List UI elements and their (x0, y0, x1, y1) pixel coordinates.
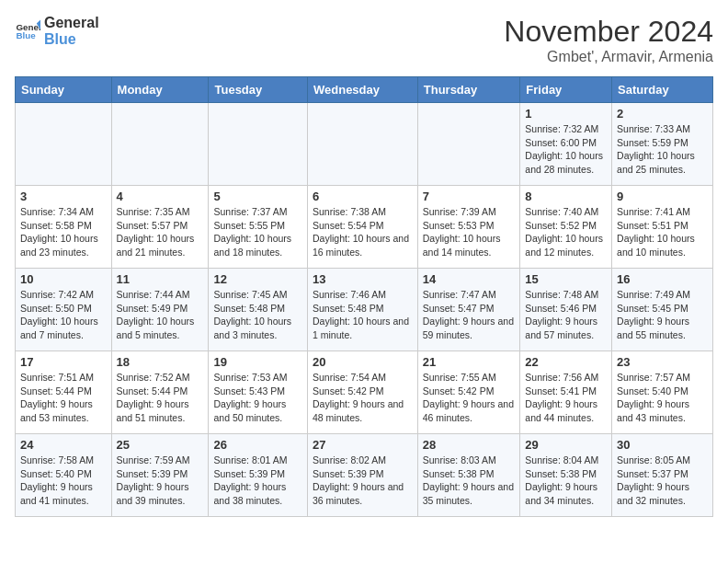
day-info: Sunrise: 8:04 AM Sunset: 5:38 PM Dayligh… (525, 454, 607, 508)
day-info: Sunrise: 7:33 AM Sunset: 5:59 PM Dayligh… (617, 122, 708, 177)
day-info: Sunrise: 8:05 AM Sunset: 5:37 PM Dayligh… (617, 454, 708, 508)
day-number: 21 (423, 355, 516, 369)
logo-blue: Blue (44, 31, 99, 48)
logo: General Blue General Blue (15, 15, 99, 47)
calendar-cell: 1Sunrise: 7:32 AM Sunset: 6:00 PM Daylig… (520, 103, 612, 186)
calendar-cell (417, 103, 520, 186)
calendar-cell: 13Sunrise: 7:46 AM Sunset: 5:48 PM Dayli… (307, 269, 417, 351)
day-info: Sunrise: 7:57 AM Sunset: 5:40 PM Dayligh… (617, 371, 708, 425)
calendar-cell: 24Sunrise: 7:58 AM Sunset: 5:40 PM Dayli… (16, 434, 112, 517)
day-number: 20 (313, 355, 413, 369)
calendar-cell: 12Sunrise: 7:45 AM Sunset: 5:48 PM Dayli… (209, 269, 308, 351)
day-info: Sunrise: 7:32 AM Sunset: 6:00 PM Dayligh… (525, 122, 607, 177)
day-number: 14 (423, 272, 516, 286)
day-info: Sunrise: 7:38 AM Sunset: 5:54 PM Dayligh… (313, 205, 413, 259)
calendar-cell: 30Sunrise: 8:05 AM Sunset: 5:37 PM Dayli… (612, 434, 713, 517)
day-number: 9 (617, 190, 708, 203)
day-number: 12 (213, 272, 302, 286)
logo-icon: General Blue (15, 18, 40, 44)
day-header-friday: Friday (520, 77, 612, 103)
day-info: Sunrise: 7:51 AM Sunset: 5:44 PM Dayligh… (20, 371, 107, 425)
calendar-cell: 18Sunrise: 7:52 AM Sunset: 5:44 PM Dayli… (111, 351, 209, 434)
week-row-2: 3Sunrise: 7:34 AM Sunset: 5:58 PM Daylig… (16, 186, 713, 269)
day-info: Sunrise: 7:44 AM Sunset: 5:49 PM Dayligh… (117, 288, 204, 342)
location-title: Gmbet', Armavir, Armenia (504, 49, 713, 65)
calendar-cell (209, 103, 308, 186)
calendar-cell: 11Sunrise: 7:44 AM Sunset: 5:49 PM Dayli… (111, 269, 209, 351)
day-number: 27 (313, 438, 413, 452)
day-number: 1 (525, 107, 607, 121)
day-info: Sunrise: 7:56 AM Sunset: 5:41 PM Dayligh… (525, 371, 607, 425)
calendar-body: 1Sunrise: 7:32 AM Sunset: 6:00 PM Daylig… (16, 103, 713, 517)
day-number: 2 (617, 107, 708, 121)
calendar-cell: 29Sunrise: 8:04 AM Sunset: 5:38 PM Dayli… (520, 434, 612, 517)
calendar-header: SundayMondayTuesdayWednesdayThursdayFrid… (16, 77, 713, 103)
day-info: Sunrise: 7:48 AM Sunset: 5:46 PM Dayligh… (525, 288, 607, 342)
day-info: Sunrise: 7:54 AM Sunset: 5:42 PM Dayligh… (313, 371, 413, 425)
day-number: 10 (20, 272, 107, 286)
calendar-cell (307, 103, 417, 186)
day-info: Sunrise: 7:45 AM Sunset: 5:48 PM Dayligh… (213, 288, 302, 342)
day-header-thursday: Thursday (417, 77, 520, 103)
day-number: 13 (313, 272, 413, 286)
day-info: Sunrise: 7:34 AM Sunset: 5:58 PM Dayligh… (20, 205, 107, 259)
calendar-cell: 7Sunrise: 7:39 AM Sunset: 5:53 PM Daylig… (417, 186, 520, 269)
day-number: 16 (617, 272, 708, 286)
calendar-cell: 5Sunrise: 7:37 AM Sunset: 5:55 PM Daylig… (209, 186, 308, 269)
calendar-cell: 15Sunrise: 7:48 AM Sunset: 5:46 PM Dayli… (520, 269, 612, 351)
day-info: Sunrise: 7:39 AM Sunset: 5:53 PM Dayligh… (423, 205, 516, 259)
day-number: 26 (213, 438, 302, 452)
calendar-cell: 20Sunrise: 7:54 AM Sunset: 5:42 PM Dayli… (307, 351, 417, 434)
day-info: Sunrise: 7:47 AM Sunset: 5:47 PM Dayligh… (423, 288, 516, 342)
week-row-3: 10Sunrise: 7:42 AM Sunset: 5:50 PM Dayli… (16, 269, 713, 351)
logo-general: General (44, 15, 99, 31)
day-info: Sunrise: 7:35 AM Sunset: 5:57 PM Dayligh… (117, 205, 204, 259)
calendar-cell: 27Sunrise: 8:02 AM Sunset: 5:39 PM Dayli… (307, 434, 417, 517)
day-info: Sunrise: 8:02 AM Sunset: 5:39 PM Dayligh… (313, 454, 413, 508)
day-info: Sunrise: 7:46 AM Sunset: 5:48 PM Dayligh… (313, 288, 413, 342)
day-info: Sunrise: 7:49 AM Sunset: 5:45 PM Dayligh… (617, 288, 708, 342)
day-number: 17 (20, 355, 107, 369)
calendar-cell: 14Sunrise: 7:47 AM Sunset: 5:47 PM Dayli… (417, 269, 520, 351)
header: General Blue General Blue November 2024 … (15, 15, 713, 65)
day-number: 23 (617, 355, 708, 369)
day-info: Sunrise: 7:41 AM Sunset: 5:51 PM Dayligh… (617, 205, 708, 259)
day-header-tuesday: Tuesday (209, 77, 308, 103)
calendar-cell: 26Sunrise: 8:01 AM Sunset: 5:39 PM Dayli… (209, 434, 308, 517)
calendar-cell (111, 103, 209, 186)
week-row-5: 24Sunrise: 7:58 AM Sunset: 5:40 PM Dayli… (16, 434, 713, 517)
calendar-cell (16, 103, 112, 186)
day-number: 4 (117, 190, 204, 203)
day-number: 24 (20, 438, 107, 452)
day-number: 6 (313, 190, 413, 203)
day-info: Sunrise: 7:55 AM Sunset: 5:42 PM Dayligh… (423, 371, 516, 425)
day-number: 8 (525, 190, 607, 203)
svg-text:Blue: Blue (16, 30, 36, 40)
day-number: 3 (20, 190, 107, 203)
day-info: Sunrise: 7:52 AM Sunset: 5:44 PM Dayligh… (117, 371, 204, 425)
day-header-wednesday: Wednesday (307, 77, 417, 103)
calendar-cell: 3Sunrise: 7:34 AM Sunset: 5:58 PM Daylig… (16, 186, 112, 269)
day-info: Sunrise: 8:03 AM Sunset: 5:38 PM Dayligh… (423, 454, 516, 508)
calendar-cell: 25Sunrise: 7:59 AM Sunset: 5:39 PM Dayli… (111, 434, 209, 517)
day-number: 5 (213, 190, 302, 203)
calendar-cell: 16Sunrise: 7:49 AM Sunset: 5:45 PM Dayli… (612, 269, 713, 351)
calendar-cell: 6Sunrise: 7:38 AM Sunset: 5:54 PM Daylig… (307, 186, 417, 269)
day-number: 19 (213, 355, 302, 369)
calendar-cell: 19Sunrise: 7:53 AM Sunset: 5:43 PM Dayli… (209, 351, 308, 434)
day-number: 22 (525, 355, 607, 369)
calendar-cell: 23Sunrise: 7:57 AM Sunset: 5:40 PM Dayli… (612, 351, 713, 434)
day-number: 11 (117, 272, 204, 286)
day-header-sunday: Sunday (16, 77, 112, 103)
month-title: November 2024 (504, 15, 713, 49)
day-number: 29 (525, 438, 607, 452)
day-number: 25 (117, 438, 204, 452)
calendar-cell: 28Sunrise: 8:03 AM Sunset: 5:38 PM Dayli… (417, 434, 520, 517)
day-info: Sunrise: 7:42 AM Sunset: 5:50 PM Dayligh… (20, 288, 107, 342)
day-info: Sunrise: 7:58 AM Sunset: 5:40 PM Dayligh… (20, 454, 107, 508)
calendar-cell: 17Sunrise: 7:51 AM Sunset: 5:44 PM Dayli… (16, 351, 112, 434)
calendar-cell: 2Sunrise: 7:33 AM Sunset: 5:59 PM Daylig… (612, 103, 713, 186)
calendar-cell: 10Sunrise: 7:42 AM Sunset: 5:50 PM Dayli… (16, 269, 112, 351)
day-number: 15 (525, 272, 607, 286)
week-row-4: 17Sunrise: 7:51 AM Sunset: 5:44 PM Dayli… (16, 351, 713, 434)
